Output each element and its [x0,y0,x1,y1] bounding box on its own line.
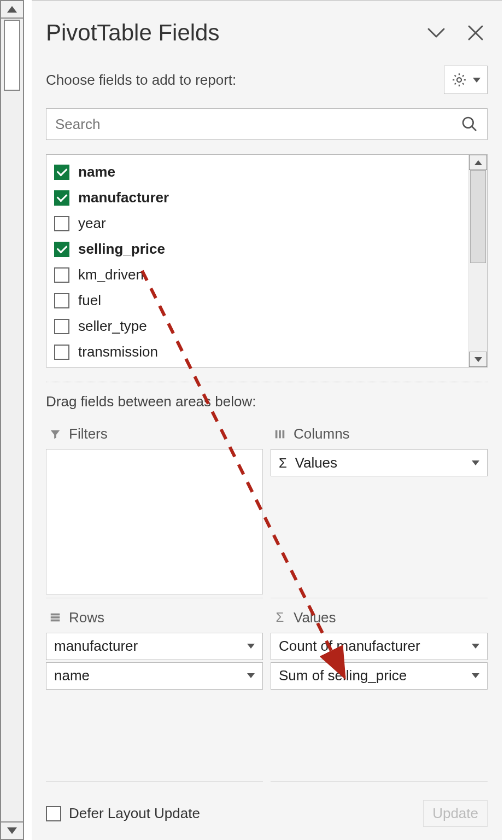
filters-drop-zone[interactable] [46,449,263,594]
field-label: km_driven [78,266,144,283]
field-checkbox[interactable] [54,242,69,257]
field-scroll-up-button[interactable] [469,155,487,170]
drop-item-label: Sum of selling_price [279,667,407,684]
defer-layout-checkbox[interactable] [46,806,61,821]
field-item-selling_price[interactable]: selling_price [46,236,468,262]
search-icon [461,115,478,133]
drop-item[interactable]: Count of manufacturer [271,633,488,660]
tools-dropdown-button[interactable] [444,66,488,94]
filters-area-header: Filters [46,422,263,449]
field-checkbox[interactable] [54,319,69,334]
chevron-down-icon [426,27,446,39]
columns-drop-zone[interactable]: Σ Values [271,449,488,594]
svg-point-2 [457,78,461,82]
arrow-up-icon [474,160,482,165]
search-input[interactable] [55,116,461,133]
sigma-icon: Σ [273,610,287,625]
arrow-down-icon [474,357,482,362]
rows-label: Rows [69,609,104,626]
field-label: year [78,215,106,232]
field-label: fuel [78,292,101,309]
subtitle-row: Choose fields to add to report: [46,66,488,94]
field-item-seller_type[interactable]: seller_type [46,313,468,339]
outer-vertical-scrollbar[interactable] [0,0,24,840]
field-checkbox[interactable] [54,165,69,180]
footer-row: Defer Layout Update Update [46,796,488,827]
rows-icon [48,611,62,623]
columns-label: Columns [294,425,350,442]
dropdown-caret-icon [472,673,479,678]
field-item-km_driven[interactable]: km_driven [46,262,468,288]
field-label: selling_price [78,241,165,258]
filter-icon [48,428,62,440]
field-scroll-down-button[interactable] [469,352,487,367]
dropdown-caret-icon [473,78,480,83]
rows-area-header: Rows [46,606,263,633]
field-item-manufacturer[interactable]: manufacturer [46,185,468,211]
scroll-thumb[interactable] [4,20,20,91]
svg-point-3 [463,118,473,128]
field-checkbox[interactable] [54,216,69,231]
drop-item-label: Σ Values [279,454,337,471]
field-label: manufacturer [78,189,169,206]
svg-line-4 [472,126,476,131]
choose-fields-label: Choose fields to add to report: [46,72,236,89]
svg-rect-10 [51,620,60,622]
dropdown-caret-icon [472,644,479,649]
drop-item[interactable]: Sum of selling_price [271,662,488,690]
drop-item-label: name [54,667,90,684]
close-icon [467,25,484,41]
svg-rect-9 [51,616,60,619]
drop-item[interactable]: manufacturer [46,633,263,660]
field-list-scrollbar[interactable] [468,155,487,367]
values-area-header: Σ Values [271,606,488,633]
pane-title: PivotTable Fields [46,20,219,46]
field-checkbox[interactable] [54,267,69,283]
scroll-up-button[interactable] [1,1,23,19]
drop-item-label: manufacturer [54,638,138,655]
pivottable-fields-pane: PivotTable Fields Choose fields to add t… [32,0,502,840]
rows-drop-zone[interactable]: manufacturername [46,633,263,778]
gear-icon [451,72,467,88]
update-button[interactable]: Update [423,800,488,827]
close-pane-button[interactable] [464,21,488,45]
rows-area[interactable]: Rows manufacturername [46,606,263,782]
field-item-fuel[interactable]: fuel [46,288,468,313]
pane-header: PivotTable Fields [46,20,488,46]
field-checkbox[interactable] [54,293,69,308]
search-field-container[interactable] [46,108,488,140]
columns-area[interactable]: Columns Σ Values [271,422,488,598]
defer-layout-checkbox-group[interactable]: Defer Layout Update [46,805,200,822]
collapse-pane-button[interactable] [424,21,448,45]
field-list[interactable]: namemanufactureryearselling_pricekm_driv… [46,155,468,367]
field-item-name[interactable]: name [46,159,468,185]
areas-grid: Filters Columns Σ Values Rows manufactur… [46,422,488,781]
dropdown-caret-icon [247,673,255,678]
field-list-container: namemanufactureryearselling_pricekm_driv… [46,154,488,368]
drop-item[interactable]: name [46,662,263,690]
sigma-icon: Σ [279,456,291,470]
values-label: Values [294,609,336,626]
field-checkbox[interactable] [54,190,69,206]
defer-layout-label: Defer Layout Update [69,805,200,822]
field-item-year[interactable]: year [46,211,468,236]
drag-instruction-label: Drag fields between areas below: [46,393,488,410]
svg-rect-7 [283,430,285,438]
field-checkbox[interactable] [54,345,69,360]
columns-icon [273,428,287,440]
arrow-up-icon [7,6,17,13]
field-label: name [78,164,115,180]
dropdown-caret-icon [472,460,479,465]
field-item-transmission[interactable]: transmission [46,339,468,365]
divider [46,382,488,382]
field-scroll-track[interactable] [469,170,487,352]
arrow-down-icon [7,827,17,834]
drop-item[interactable]: Σ Values [271,449,488,476]
field-label: seller_type [78,318,147,335]
values-drop-zone[interactable]: Count of manufacturerSum of selling_pric… [271,633,488,778]
drop-item-label: Count of manufacturer [279,638,420,655]
values-area[interactable]: Σ Values Count of manufacturerSum of sel… [271,606,488,782]
filters-area[interactable]: Filters [46,422,263,598]
field-scroll-thumb[interactable] [470,170,486,263]
scroll-down-button[interactable] [1,821,23,839]
